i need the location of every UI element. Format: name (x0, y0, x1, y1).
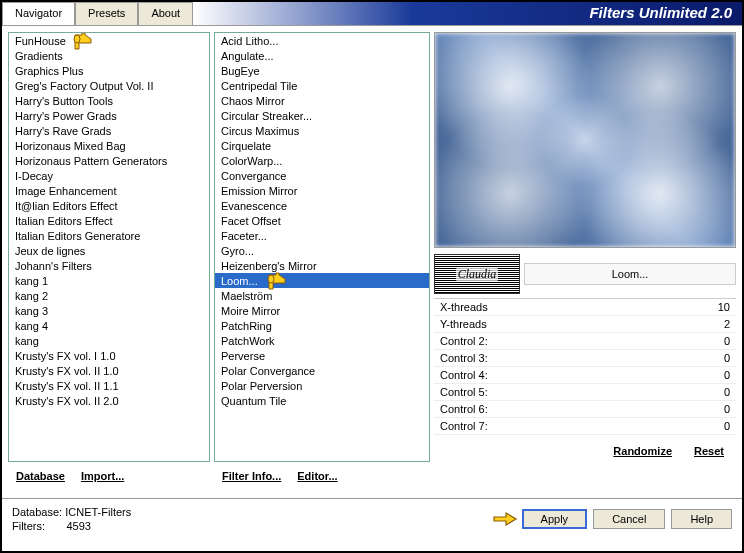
category-item[interactable]: Horizonaus Mixed Bag (9, 138, 209, 153)
param-label: Control 6: (440, 403, 488, 415)
filter-item[interactable]: Moire Mirror (215, 303, 429, 318)
category-item[interactable]: Johann's Filters (9, 258, 209, 273)
category-item[interactable]: Harry's Rave Grads (9, 123, 209, 138)
category-item[interactable]: kang (9, 333, 209, 348)
filter-item[interactable]: Loom... (215, 273, 429, 288)
category-item[interactable]: Horizonaus Pattern Generators (9, 153, 209, 168)
param-value: 0 (724, 335, 730, 347)
filter-item[interactable]: Faceter... (215, 228, 429, 243)
filter-item[interactable]: Polar Perversion (215, 378, 429, 393)
category-list[interactable]: FunHouseGradientsGraphics PlusGreg's Fac… (8, 32, 210, 462)
category-item[interactable]: kang 4 (9, 318, 209, 333)
param-row[interactable]: Control 6:0 (434, 401, 736, 418)
param-value: 10 (718, 301, 730, 313)
param-value: 0 (724, 386, 730, 398)
header: Navigator Presets About Filters Unlimite… (2, 2, 742, 26)
filter-item[interactable]: PatchWork (215, 333, 429, 348)
param-label: Control 7: (440, 420, 488, 432)
param-label: X-threads (440, 301, 488, 313)
category-item[interactable]: Gradients (9, 48, 209, 63)
filter-item[interactable]: Evanescence (215, 198, 429, 213)
filter-info-button[interactable]: Filter Info... (216, 468, 287, 484)
pointer-hand-icon (492, 507, 520, 529)
author-logo: Claudia (434, 254, 520, 294)
filter-item[interactable]: Emission Mirror (215, 183, 429, 198)
filter-item[interactable]: Acid Litho... (215, 33, 429, 48)
param-value: 2 (724, 318, 730, 330)
category-item[interactable]: Jeux de lignes (9, 243, 209, 258)
import-button[interactable]: Import... (75, 468, 130, 484)
category-item[interactable]: Greg's Factory Output Vol. II (9, 78, 209, 93)
filter-item[interactable]: Convergance (215, 168, 429, 183)
filter-item[interactable]: Circular Streaker... (215, 108, 429, 123)
category-item[interactable]: Graphics Plus (9, 63, 209, 78)
apply-button[interactable]: Apply (522, 509, 588, 529)
filter-item[interactable]: Chaos Mirror (215, 93, 429, 108)
category-item[interactable]: Italian Editors Effect (9, 213, 209, 228)
param-value: 0 (724, 420, 730, 432)
category-item[interactable]: It@lian Editors Effect (9, 198, 209, 213)
param-label: Control 3: (440, 352, 488, 364)
param-value: 0 (724, 403, 730, 415)
filter-item[interactable]: PatchRing (215, 318, 429, 333)
param-row[interactable]: Control 7:0 (434, 418, 736, 435)
filter-item[interactable]: ColorWarp... (215, 153, 429, 168)
svg-point-0 (74, 35, 80, 43)
param-row[interactable]: Control 5:0 (434, 384, 736, 401)
param-row[interactable]: Control 4:0 (434, 367, 736, 384)
tabs: Navigator Presets About (2, 2, 193, 25)
category-item[interactable]: Italian Editors Generatore (9, 228, 209, 243)
param-row[interactable]: Y-threads2 (434, 316, 736, 333)
tab-navigator[interactable]: Navigator (2, 2, 75, 25)
filter-item[interactable]: Maelström (215, 288, 429, 303)
preview-image (434, 32, 736, 248)
param-value: 0 (724, 352, 730, 364)
category-item[interactable]: Harry's Button Tools (9, 93, 209, 108)
filter-item[interactable]: Facet Offset (215, 213, 429, 228)
filter-item[interactable]: Polar Convergance (215, 363, 429, 378)
category-item[interactable]: kang 1 (9, 273, 209, 288)
category-item[interactable]: Image Enhancement (9, 183, 209, 198)
reset-button[interactable]: Reset (688, 443, 730, 459)
filter-item[interactable]: Cirquelate (215, 138, 429, 153)
param-row[interactable]: Control 2:0 (434, 333, 736, 350)
svg-point-1 (268, 275, 274, 283)
filter-item[interactable]: BugEye (215, 63, 429, 78)
current-filter-name: Loom... (524, 263, 736, 285)
randomize-button[interactable]: Randomize (607, 443, 678, 459)
param-row[interactable]: X-threads10 (434, 299, 736, 316)
category-item[interactable]: I-Decay (9, 168, 209, 183)
main-area: FunHouseGradientsGraphics PlusGreg's Fac… (2, 26, 742, 498)
filter-item[interactable]: Centripedal Tile (215, 78, 429, 93)
filter-item[interactable]: Perverse (215, 348, 429, 363)
cancel-button[interactable]: Cancel (593, 509, 665, 529)
category-item[interactable]: Krusty's FX vol. II 1.0 (9, 363, 209, 378)
category-item[interactable]: Harry's Power Grads (9, 108, 209, 123)
tab-about[interactable]: About (138, 2, 193, 25)
category-item[interactable]: kang 3 (9, 303, 209, 318)
category-item[interactable]: FunHouse (9, 33, 209, 48)
parameters-panel: X-threads10Y-threads2Control 2:0Control … (434, 298, 736, 435)
editor-button[interactable]: Editor... (291, 468, 343, 484)
help-button[interactable]: Help (671, 509, 732, 529)
filter-item[interactable]: Gyro... (215, 243, 429, 258)
database-button[interactable]: Database (10, 468, 71, 484)
footer: Database: ICNET-Filters Filters: 4593 Ap… (2, 498, 742, 539)
category-item[interactable]: Krusty's FX vol. II 2.0 (9, 393, 209, 408)
param-label: Control 4: (440, 369, 488, 381)
param-row[interactable]: Control 3:0 (434, 350, 736, 367)
param-label: Control 2: (440, 335, 488, 347)
filter-list[interactable]: Acid Litho...Angulate...BugEyeCentripeda… (214, 32, 430, 462)
category-item[interactable]: Krusty's FX vol. II 1.1 (9, 378, 209, 393)
param-label: Control 5: (440, 386, 488, 398)
category-item[interactable]: Krusty's FX vol. I 1.0 (9, 348, 209, 363)
filter-item[interactable]: Quantum Tile (215, 393, 429, 408)
window-title: Filters Unlimited 2.0 (193, 2, 742, 25)
param-value: 0 (724, 369, 730, 381)
category-item[interactable]: kang 2 (9, 288, 209, 303)
filter-item[interactable]: Heizenberg's Mirror (215, 258, 429, 273)
tab-presets[interactable]: Presets (75, 2, 138, 25)
filter-item[interactable]: Angulate... (215, 48, 429, 63)
filter-item[interactable]: Circus Maximus (215, 123, 429, 138)
status-bar: Database: ICNET-Filters Filters: 4593 (12, 505, 131, 533)
